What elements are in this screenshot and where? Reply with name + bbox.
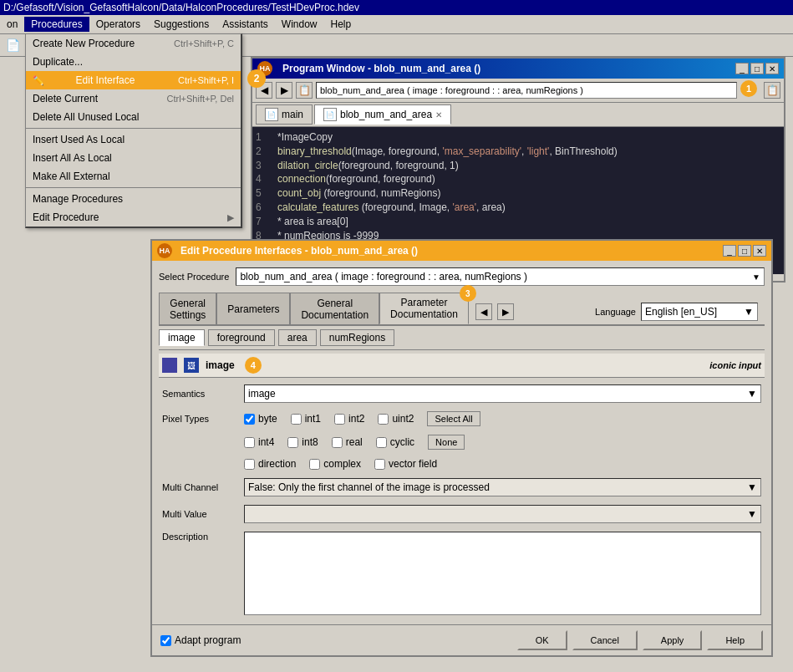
checkbox-int1[interactable]: int1 bbox=[291, 413, 321, 425]
checkbox-int2[interactable]: int2 bbox=[334, 413, 364, 425]
menu-insert-all[interactable]: Insert All As Local bbox=[26, 149, 241, 167]
tab-blob[interactable]: 📄 blob_num_and_area ✕ bbox=[314, 104, 451, 125]
ok-button[interactable]: OK bbox=[517, 630, 567, 650]
menu-delete-current[interactable]: Delete Current Ctrl+Shift+P, Del bbox=[26, 89, 241, 108]
close-btn[interactable]: ✕ bbox=[765, 63, 779, 74]
adapt-program-input[interactable] bbox=[160, 635, 171, 646]
nav-extra[interactable]: 📋 bbox=[764, 82, 780, 99]
checkbox-int8-input[interactable] bbox=[287, 437, 298, 448]
adapt-program-checkbox[interactable]: Adapt program bbox=[160, 634, 241, 646]
checkbox-real-label: real bbox=[346, 436, 363, 448]
checkbox-cyclic[interactable]: cyclic bbox=[376, 436, 414, 448]
program-tabs-bar: 📄 main 📄 blob_num_and_area ✕ bbox=[252, 103, 784, 127]
menu-manage-procedures[interactable]: Manage Procedures bbox=[26, 190, 241, 208]
multi-channel-select[interactable]: False: Only the first channel of the ima… bbox=[244, 478, 761, 496]
select-procedure-label: Select Procedure bbox=[159, 272, 229, 282]
badge-4: 4 bbox=[245, 357, 262, 374]
menu-duplicate[interactable]: Duplicate... bbox=[26, 53, 241, 71]
menu-create-procedure[interactable]: Create New Procedure Ctrl+Shift+P, C bbox=[26, 34, 241, 53]
none-btn[interactable]: None bbox=[428, 435, 465, 450]
param-tab-image[interactable]: image bbox=[159, 329, 205, 346]
nav-path-input[interactable] bbox=[316, 82, 737, 99]
menu-assistants[interactable]: Assistants bbox=[216, 17, 275, 32]
dialog-close[interactable]: ✕ bbox=[753, 245, 766, 257]
menu-on[interactable]: on bbox=[0, 17, 24, 32]
semantics-label: Semantics bbox=[162, 389, 237, 399]
help-button[interactable]: Help bbox=[707, 630, 763, 650]
nav-bar: ◀ ▶ 📋 1 📋 bbox=[252, 79, 784, 103]
menu-make-external[interactable]: Make All External bbox=[26, 167, 241, 186]
nav-forward[interactable]: ▶ bbox=[276, 82, 292, 99]
select-all-btn[interactable]: Select All bbox=[427, 411, 480, 426]
tab-nav-right[interactable]: ▶ bbox=[497, 303, 514, 320]
checkbox-real[interactable]: real bbox=[332, 436, 363, 448]
tab-param-doc[interactable]: 3 ParameterDocumentation bbox=[379, 293, 469, 324]
param-tab-foreground[interactable]: foreground bbox=[208, 329, 275, 346]
checkbox-vector-field[interactable]: vector field bbox=[374, 458, 437, 470]
param-tab-numregions[interactable]: numRegions bbox=[320, 329, 394, 346]
checkbox-int2-input[interactable] bbox=[334, 414, 345, 425]
delete-current-shortcut: Ctrl+Shift+P, Del bbox=[166, 94, 234, 104]
tab-general-doc[interactable]: GeneralDocumentation bbox=[290, 293, 379, 324]
menu-suggestions[interactable]: Suggestions bbox=[147, 17, 216, 32]
program-window-title: Program Window - blob_num_and_area () bbox=[282, 63, 480, 74]
description-label: Description bbox=[162, 532, 237, 542]
menu-insert-used[interactable]: Insert Used As Local bbox=[26, 130, 241, 149]
menu-edit-procedure[interactable]: Edit Procedure ▶ bbox=[26, 208, 241, 227]
tab-nav-left[interactable]: ◀ bbox=[475, 303, 492, 320]
checkbox-byte-input[interactable] bbox=[244, 414, 255, 425]
tab-general-settings-label: GeneralSettings bbox=[170, 298, 206, 321]
multi-value-select[interactable]: ▼ bbox=[244, 505, 761, 523]
adapt-program-label: Adapt program bbox=[175, 634, 241, 646]
menu-procedures[interactable]: Procedures bbox=[24, 17, 89, 32]
settings-tabs-container: GeneralSettings Parameters GeneralDocume… bbox=[159, 293, 765, 326]
checkbox-int1-input[interactable] bbox=[291, 414, 302, 425]
edit-procedure-label: Edit Procedure bbox=[33, 211, 99, 223]
proc-select[interactable]: blob_num_and_area ( image : foreground :… bbox=[236, 267, 765, 286]
tab-main[interactable]: 📄 main bbox=[256, 104, 313, 125]
language-select[interactable]: English [en_US] ▼ bbox=[641, 303, 758, 321]
checkbox-complex-input[interactable] bbox=[309, 459, 320, 470]
checkbox-vector-field-input[interactable] bbox=[374, 459, 385, 470]
program-window-titlebar: HA Program Window - blob_num_and_area ()… bbox=[252, 59, 784, 79]
menu-window[interactable]: Window bbox=[275, 17, 324, 32]
tab-parameters[interactable]: Parameters bbox=[216, 293, 290, 324]
checkbox-direction-input[interactable] bbox=[244, 459, 255, 470]
nav-home[interactable]: 📋 bbox=[296, 82, 313, 99]
checkbox-real-input[interactable] bbox=[332, 437, 343, 448]
checkbox-cyclic-input[interactable] bbox=[376, 437, 387, 448]
menu-operators[interactable]: Operators bbox=[89, 17, 147, 32]
param-tabs-bar: image foreground area numRegions bbox=[159, 326, 765, 350]
code-line-5: 5count_obj (foreground, numRegions) bbox=[256, 186, 780, 201]
toolbar-new[interactable]: 📄 bbox=[3, 36, 22, 54]
language-label: Language bbox=[595, 307, 636, 317]
maximize-btn[interactable]: □ bbox=[750, 63, 764, 74]
tab-general-doc-label: GeneralDocumentation bbox=[301, 298, 369, 321]
checkbox-int8[interactable]: int8 bbox=[287, 436, 318, 448]
checkbox-int4[interactable]: int4 bbox=[244, 436, 274, 448]
menu-bar: on Procedures Operators Suggestions Assi… bbox=[0, 15, 793, 34]
menu-help[interactable]: Help bbox=[324, 17, 358, 32]
cancel-button[interactable]: Cancel bbox=[572, 630, 638, 650]
separator-menu-2 bbox=[26, 187, 241, 188]
checkbox-complex[interactable]: complex bbox=[309, 458, 361, 470]
checkbox-uint2-input[interactable] bbox=[378, 414, 389, 425]
dialog-minimize[interactable]: _ bbox=[723, 245, 736, 257]
checkbox-uint2[interactable]: uint2 bbox=[378, 413, 414, 425]
menu-edit-interface[interactable]: ✏️ Edit Interface Ctrl+Shift+P, I 2 bbox=[26, 71, 241, 89]
checkbox-direction[interactable]: direction bbox=[244, 458, 296, 470]
menu-delete-unused[interactable]: Delete All Unused Local bbox=[26, 108, 241, 126]
tab-blob-close[interactable]: ✕ bbox=[435, 110, 442, 120]
dialog-maximize[interactable]: □ bbox=[738, 245, 751, 257]
checkbox-byte[interactable]: byte bbox=[244, 413, 277, 425]
semantics-select[interactable]: image ▼ bbox=[244, 384, 761, 403]
tab-general-settings[interactable]: GeneralSettings bbox=[159, 293, 216, 324]
minimize-btn[interactable]: _ bbox=[735, 63, 749, 74]
checkbox-int4-input[interactable] bbox=[244, 437, 255, 448]
checkbox-uint2-label: uint2 bbox=[392, 413, 414, 425]
param-tab-area[interactable]: area bbox=[278, 329, 317, 346]
code-line-4: 4connection(foreground, foreground) bbox=[256, 172, 780, 186]
apply-button[interactable]: Apply bbox=[643, 630, 703, 650]
description-box[interactable] bbox=[244, 532, 761, 615]
window-controls: _ □ ✕ bbox=[735, 63, 779, 74]
